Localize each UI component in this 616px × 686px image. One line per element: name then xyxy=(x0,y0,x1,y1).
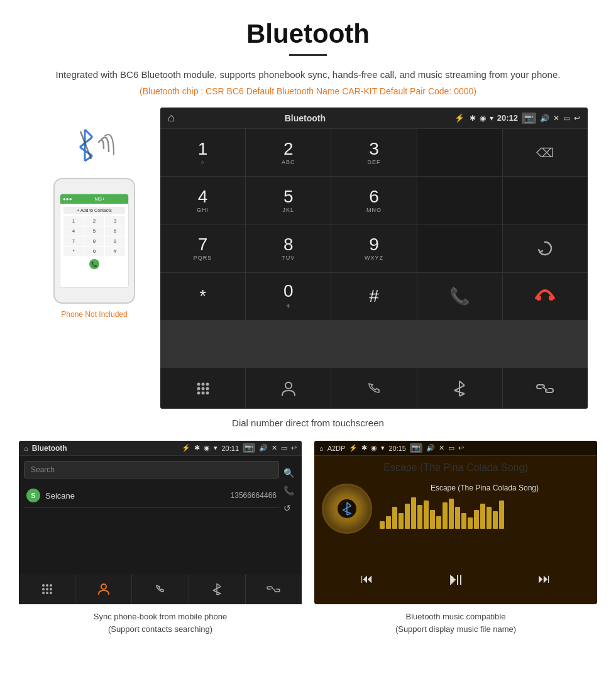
viz-bar xyxy=(399,513,404,529)
viz-bar xyxy=(380,521,385,529)
phone-mockup: ●●● M3+ + Add to Contacts 123 456 789 *0… xyxy=(53,178,135,304)
viz-bar xyxy=(455,507,460,529)
contact-row[interactable]: S Seicane 13566664466 xyxy=(24,484,279,508)
dial-key-7[interactable]: 7PQRS xyxy=(160,224,245,272)
music-back[interactable]: ↩ xyxy=(458,444,464,452)
song-title-text: Escape (The Pina Colada Song) xyxy=(314,456,597,476)
dial-key-8[interactable]: 8TUV xyxy=(246,224,331,272)
pb-back[interactable]: ↩ xyxy=(291,444,297,452)
play-pause-button[interactable]: ⏯ xyxy=(442,563,470,594)
pb-bottom-phone[interactable] xyxy=(132,574,188,604)
pb-bottom-grid[interactable] xyxy=(19,574,75,604)
dial-key-3[interactable]: 3DEF xyxy=(331,129,416,176)
svg-point-26 xyxy=(50,584,52,587)
dial-key-9[interactable]: 9WXYZ xyxy=(331,224,416,272)
music-caption: Bluetooth music compatible(Support displ… xyxy=(395,611,516,635)
dial-hangup-button[interactable] xyxy=(503,273,588,320)
add-contacts-label: + Add to Contacts xyxy=(63,207,125,214)
dial-key-star[interactable]: * xyxy=(160,273,245,320)
dial-key-hash[interactable]: # xyxy=(331,273,416,320)
contact-search-bar[interactable]: Search xyxy=(24,461,279,479)
svg-line-41 xyxy=(347,502,351,506)
bottom-icon-bar xyxy=(160,368,588,409)
svg-point-31 xyxy=(46,592,48,594)
dial-key-5[interactable]: 5JKL xyxy=(246,177,331,224)
close-icon[interactable]: ✕ xyxy=(553,114,559,123)
svg-line-23 xyxy=(542,387,547,390)
bottom-screens-section: ⌂ Bluetooth ⚡ ✱ ◉ ▾ 20:11 📷 🔊 ✕ ▭ ↩ Sear… xyxy=(19,441,597,635)
svg-point-10 xyxy=(206,382,209,385)
main-caption: Dial number direct from touchscreen xyxy=(0,418,616,428)
music-vol[interactable]: 🔊 xyxy=(426,444,435,452)
large-car-screen-wrapper: ⌂ Bluetooth ⚡ ✱ ◉ ▾ 20:12 📷 🔊 ✕ ▭ ↩ xyxy=(160,108,588,409)
pb-bottom-person[interactable] xyxy=(75,574,131,604)
viz-bar xyxy=(468,517,473,529)
pb-bottom-link[interactable] xyxy=(246,574,302,604)
svg-line-38 xyxy=(217,594,221,595)
pb-bottom-bluetooth[interactable] xyxy=(189,574,245,604)
music-camera[interactable]: 📷 xyxy=(410,443,422,453)
music-screen-wrapper: ⌂ A2DP ⚡ ✱ ◉ ▾ 20:15 📷 🔊 ✕ ▭ ↩ Escape (T… xyxy=(314,441,597,604)
music-win[interactable]: ▭ xyxy=(448,444,454,452)
dial-call-button[interactable]: 📞 xyxy=(417,273,502,320)
pb-close[interactable]: ✕ xyxy=(272,444,277,452)
window-icon[interactable]: ▭ xyxy=(563,114,570,123)
dial-key-4[interactable]: 4GHI xyxy=(160,177,245,224)
status-time: 20:12 xyxy=(497,113,518,123)
viz-bar xyxy=(411,497,416,529)
viz-bar xyxy=(436,516,441,529)
svg-point-32 xyxy=(50,592,52,594)
svg-point-11 xyxy=(197,387,200,390)
dial-key-6[interactable]: 6MNO xyxy=(331,177,416,224)
next-track-button[interactable]: ⏭ xyxy=(533,567,556,591)
gps-icon: ◉ xyxy=(480,114,486,123)
pb-vol[interactable]: 🔊 xyxy=(259,444,268,452)
music-home-icon[interactable]: ⌂ xyxy=(319,445,324,452)
music-controls-bar: ⏮ ⏯ ⏭ xyxy=(314,553,597,604)
phone-call-button[interactable]: 📞 xyxy=(89,259,99,269)
bluetooth-wave-icon xyxy=(66,120,123,173)
svg-point-6 xyxy=(536,296,541,301)
pb-usb: ⚡ xyxy=(182,444,190,452)
viz-bar xyxy=(480,504,485,529)
dial-backspace[interactable]: ⌫ xyxy=(503,129,588,176)
bottom-icon-grid[interactable] xyxy=(160,368,245,409)
pb-search-icon[interactable]: 🔍 xyxy=(283,468,294,478)
camera-icon[interactable]: 📷 xyxy=(522,113,536,124)
viz-bar xyxy=(430,510,435,529)
svg-line-3 xyxy=(80,147,92,156)
dial-redial[interactable] xyxy=(503,224,588,272)
dial-key-1[interactable]: 1⌂ xyxy=(160,129,245,176)
volume-icon[interactable]: 🔊 xyxy=(540,114,549,123)
pb-redial-icon[interactable]: ↺ xyxy=(283,503,294,513)
svg-point-9 xyxy=(201,382,204,385)
viz-bar xyxy=(405,504,410,529)
svg-point-30 xyxy=(42,592,45,594)
signal-icon: ▾ xyxy=(490,114,493,123)
bottom-icon-link[interactable] xyxy=(503,368,588,409)
music-title: A2DP xyxy=(327,445,346,452)
svg-point-29 xyxy=(50,588,52,590)
dial-empty-2 xyxy=(417,177,502,224)
usb-icon: ⚡ xyxy=(454,113,465,123)
dial-key-2[interactable]: 2ABC xyxy=(246,129,331,176)
bottom-icon-person[interactable] xyxy=(246,368,331,409)
viz-bar xyxy=(417,505,422,529)
back-icon[interactable]: ↩ xyxy=(574,114,580,123)
prev-track-button[interactable]: ⏮ xyxy=(356,567,378,591)
pb-camera[interactable]: 📷 xyxy=(243,443,255,453)
pb-home-icon[interactable]: ⌂ xyxy=(24,445,28,452)
bottom-icon-bluetooth[interactable] xyxy=(417,368,502,409)
music-time: 20:15 xyxy=(388,445,406,452)
music-gps: ◉ xyxy=(371,444,377,452)
dial-key-0[interactable]: 0+ xyxy=(246,273,331,320)
bt-status-icon: ✱ xyxy=(470,114,476,123)
viz-bar xyxy=(474,510,479,529)
bottom-icon-phone[interactable] xyxy=(331,368,416,409)
pb-win[interactable]: ▭ xyxy=(281,444,287,452)
dial-empty-3 xyxy=(503,177,588,224)
pb-phone-icon[interactable]: 📞 xyxy=(283,485,294,495)
viz-bar xyxy=(424,501,429,529)
music-close[interactable]: ✕ xyxy=(439,444,444,452)
svg-line-19 xyxy=(459,381,465,385)
